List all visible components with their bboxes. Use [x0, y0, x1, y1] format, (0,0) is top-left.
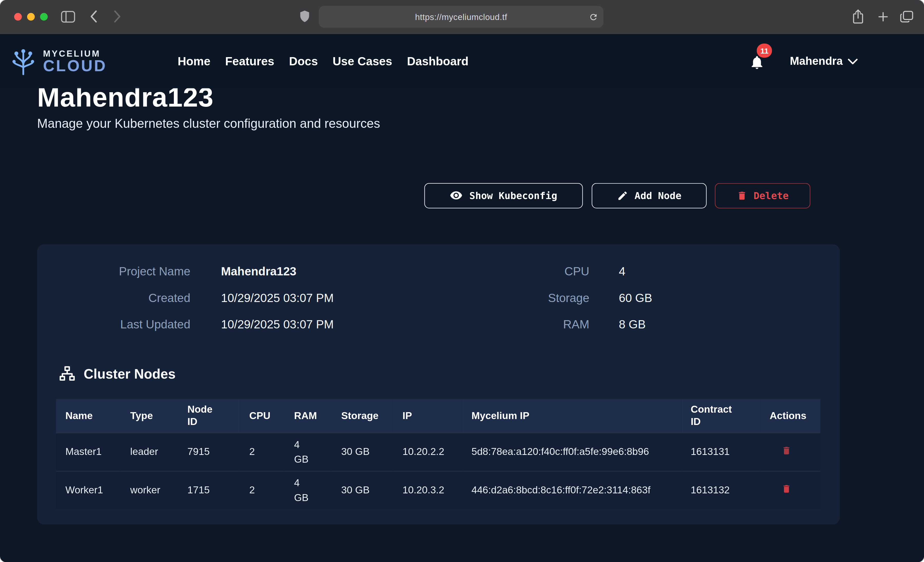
- column-header-name: Name: [56, 399, 121, 433]
- trash-icon: [736, 190, 747, 201]
- cell-cpu: 2: [240, 471, 285, 509]
- cell-cpu: 2: [240, 433, 285, 471]
- user-menu[interactable]: Mahendra: [790, 55, 858, 68]
- tabs-icon: [900, 10, 914, 23]
- zoom-window-button[interactable]: [40, 13, 48, 21]
- url-text: https://myceliumcloud.tf: [415, 12, 507, 21]
- project-name-label: Project Name: [37, 265, 190, 278]
- nav-link-features[interactable]: Features: [225, 55, 274, 68]
- delete-node-button[interactable]: [782, 445, 791, 456]
- sidebar-toggle-button[interactable]: [61, 10, 75, 23]
- show-kubeconfig-button[interactable]: Show Kubeconfig: [424, 183, 583, 209]
- close-window-button[interactable]: [14, 13, 22, 21]
- column-header-cpu: CPU: [240, 399, 285, 433]
- delete-label: Delete: [753, 190, 789, 201]
- column-header-node-id: Node ID: [178, 399, 240, 433]
- mycelium-logo-icon: [9, 47, 37, 75]
- brand-logo[interactable]: MYCELIUM CLOUD: [9, 47, 107, 75]
- top-navigation: MYCELIUM CLOUD Home Features Docs Use Ca…: [0, 34, 924, 88]
- cluster-nodes-title: Cluster Nodes: [84, 366, 176, 382]
- reload-icon: [589, 12, 598, 21]
- node-row-master1: Master1 leader 7915 2 4 GB 30 GB 10.20.2…: [56, 433, 820, 471]
- minimize-window-button[interactable]: [27, 13, 35, 21]
- address-bar[interactable]: https://myceliumcloud.tf: [319, 6, 603, 28]
- cell-actions: [760, 471, 820, 509]
- browser-window: https://myceliumcloud.tf: [0, 0, 924, 562]
- column-header-storage: Storage: [332, 399, 393, 433]
- trash-icon: [782, 445, 791, 456]
- storage-label: Storage: [435, 291, 590, 305]
- cell-storage: 30 GB: [332, 433, 393, 471]
- ram-label: RAM: [435, 318, 590, 332]
- share-icon: [852, 9, 865, 25]
- cell-type: worker: [121, 471, 178, 509]
- cell-contract-id: 1613132: [681, 471, 760, 509]
- cell-mycelium-ip: 446:d2a6:8bcd:8c16:ff0f:72e2:3114:863f: [462, 471, 681, 509]
- column-header-type: Type: [121, 399, 178, 433]
- cluster-details-card: Project Name Mahendra123 Created 10/29/2…: [37, 244, 840, 525]
- nav-link-use-cases[interactable]: Use Cases: [333, 55, 392, 68]
- column-header-contract-id: Contract ID: [681, 399, 760, 433]
- back-button[interactable]: [90, 10, 97, 23]
- cell-type: leader: [121, 433, 178, 471]
- cell-name: Master1: [56, 433, 121, 471]
- page: Mahendra123: [0, 34, 924, 562]
- table-header-row: Name Type Node ID CPU RAM Storage IP Myc…: [56, 399, 820, 433]
- chevron-left-icon: [90, 10, 97, 23]
- add-node-button[interactable]: Add Node: [592, 183, 706, 209]
- new-tab-button[interactable]: [877, 10, 889, 23]
- column-header-mycelium-ip: Mycelium IP: [462, 399, 681, 433]
- project-name-value: Mahendra123: [221, 265, 297, 278]
- reload-button[interactable]: [589, 12, 598, 21]
- column-header-ip: IP: [393, 399, 462, 433]
- cell-mycelium-ip: 5d8:78ea:a120:f40c:ff0f:a5fe:99e6:8b96: [462, 433, 681, 471]
- delete-node-button[interactable]: [782, 483, 791, 495]
- ram-value: 8 GB: [619, 318, 646, 332]
- cell-ip: 10.20.3.2: [393, 471, 462, 509]
- screen: https://myceliumcloud.tf: [0, 0, 924, 562]
- cell-actions: [760, 433, 820, 471]
- cell-ip: 10.20.2.2: [393, 433, 462, 471]
- cell-node-id: 1715: [178, 471, 240, 509]
- add-node-label: Add Node: [634, 190, 681, 201]
- last-updated-label: Last Updated: [37, 318, 190, 332]
- cell-ram: 4 GB: [285, 471, 332, 509]
- nav-link-docs[interactable]: Docs: [289, 55, 318, 68]
- cluster-nodes-icon: [59, 366, 75, 382]
- tab-overview-button[interactable]: [900, 10, 914, 23]
- show-kubeconfig-label: Show Kubeconfig: [469, 190, 557, 201]
- brand-name-line2: CLOUD: [43, 58, 107, 74]
- resource-info: CPU 4 Storage 60 GB RAM 8 GB: [435, 259, 652, 338]
- column-header-actions: Actions: [760, 399, 820, 433]
- cell-storage: 30 GB: [332, 471, 393, 509]
- nav-link-dashboard[interactable]: Dashboard: [407, 55, 468, 68]
- chevron-down-icon: [848, 58, 858, 64]
- delete-cluster-button[interactable]: Delete: [715, 183, 810, 209]
- cell-name: Worker1: [56, 471, 121, 509]
- cell-contract-id: 1613131: [681, 433, 760, 471]
- last-updated-value: 10/29/2025 03:07 PM: [221, 318, 334, 332]
- privacy-shield-icon: [299, 9, 310, 24]
- created-value: 10/29/2025 03:07 PM: [221, 291, 334, 305]
- nodes-table: Name Type Node ID CPU RAM Storage IP Myc…: [56, 399, 820, 509]
- created-label: Created: [37, 291, 190, 305]
- forward-button[interactable]: [114, 10, 122, 23]
- eye-icon: [450, 191, 463, 201]
- nav-link-home[interactable]: Home: [178, 55, 210, 68]
- notification-badge: 11: [757, 43, 772, 58]
- trash-icon: [782, 483, 791, 495]
- nav-links: Home Features Docs Use Cases Dashboard: [178, 55, 468, 68]
- cpu-value: 4: [619, 265, 626, 278]
- user-name: Mahendra: [790, 55, 843, 68]
- page-subtitle: Manage your Kubernetes cluster configura…: [37, 117, 380, 131]
- storage-value: 60 GB: [619, 291, 652, 305]
- share-button[interactable]: [852, 9, 865, 25]
- browser-toolbar: https://myceliumcloud.tf: [0, 0, 924, 34]
- sidebar-icon: [61, 10, 75, 23]
- pencil-icon: [617, 190, 628, 201]
- chevron-right-icon: [114, 10, 122, 23]
- notifications-button[interactable]: 11: [749, 52, 765, 71]
- project-info: Project Name Mahendra123 Created 10/29/2…: [37, 259, 334, 338]
- cell-node-id: 7915: [178, 433, 240, 471]
- node-row-worker1: Worker1 worker 1715 2 4 GB 30 GB 10.20.3…: [56, 471, 820, 509]
